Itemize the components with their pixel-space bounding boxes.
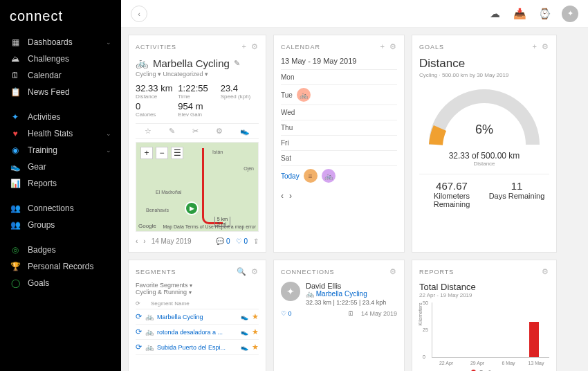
segments-tab-fav[interactable]: Favorite Segments ▾ (136, 282, 192, 289)
metric: 1:22:55Time (178, 83, 216, 100)
card-title: Activities (136, 44, 176, 51)
goal-subtitle: Cycling · 500.00 km by 30 May 2019 (419, 72, 549, 78)
calendar-range: 13 May - 19 May 2019 (281, 57, 397, 65)
goal-progress-value: 32.33 of 500.00 km (419, 151, 549, 161)
activity-date: 14 May 2019 (151, 237, 192, 245)
sidebar-item-health-stats[interactable]: ♥Health Stats⌄ (0, 125, 121, 142)
search-icon[interactable]: 🔍 (237, 267, 247, 275)
shoe-icon[interactable]: 👟 (240, 127, 250, 136)
sidebar-item-calendar[interactable]: 🗓Calendar (0, 67, 121, 84)
connection-avatar[interactable]: ✦ (281, 282, 300, 301)
calendar-day[interactable]: Tue🚲 (281, 84, 397, 105)
zoom-in-button[interactable]: + (140, 147, 153, 159)
segment-row[interactable]: ⟳🚲Subida Puerto del Espi...👟★ (136, 340, 259, 355)
edit-tool-icon[interactable]: ✎ (169, 127, 175, 136)
sidebar-item-activities[interactable]: ✦Activities (0, 109, 121, 125)
sidebar-item-badges[interactable]: ◎Badges (0, 242, 121, 258)
calendar-card: Calendar +⚙ 13 May - 19 May 2019 MonTue🚲… (273, 35, 405, 253)
map-attribution[interactable]: Map Data Terms of Use Report a map error (163, 224, 256, 229)
connection-date: 14 May 2019 (361, 310, 397, 317)
cloud-upload-icon[interactable]: ☁ (487, 6, 502, 21)
sidebar-item-dashboards[interactable]: ▦Dashboards⌄ (0, 34, 121, 51)
main-area: ‹ ☁ 📥 ⌚ ✦ Activities +⚙ 🚲 Marbella Cycli… (121, 0, 588, 371)
add-icon[interactable]: + (380, 42, 385, 51)
sidebar-item-challenges[interactable]: ⛰Challenges (0, 51, 121, 67)
metric: 32.33 kmDistance (136, 83, 174, 100)
dashboard-grid: Activities +⚙ 🚲 Marbella Cycling ✎ Cycli… (121, 28, 588, 371)
sidebar-item-goals[interactable]: ◯Goals (0, 275, 121, 291)
card-title: Calendar (281, 44, 320, 51)
next-icon[interactable]: › (143, 237, 145, 245)
sidebar-item-gear[interactable]: 👟Gear (0, 159, 121, 175)
start-pin-icon: ▶ (185, 201, 199, 215)
gear-tool-icon[interactable]: ⚙ (216, 127, 223, 136)
calendar-day[interactable]: Today≡🚲 (281, 165, 397, 186)
goal-remaining: 467.67Kilometers Remaining (419, 180, 484, 208)
back-button[interactable]: ‹ (131, 6, 147, 22)
segment-row[interactable]: ⟳🚲Marbella Cycling👟★ (136, 309, 259, 325)
segments-tab-type[interactable]: Cycling & Running ▾ (136, 289, 192, 296)
reports-card: Reports ⚙ Total Distance 22 Apr - 19 May… (412, 260, 557, 371)
cycling-icon: 🚲 (136, 57, 149, 69)
cal-prev-icon[interactable]: ‹ (281, 191, 284, 201)
gear-icon[interactable]: ⚙ (251, 42, 259, 51)
gear-icon[interactable]: ⚙ (389, 42, 397, 51)
sidebar-item-groups[interactable]: 👥Groups (0, 217, 121, 233)
goal-gauge: 6% (425, 82, 543, 148)
conn-like[interactable]: ♡ 0 (281, 310, 292, 317)
activity-title-row: 🚲 Marbella Cycling ✎ (136, 57, 259, 69)
prev-icon[interactable]: ‹ (136, 237, 138, 245)
calendar-nav: ‹ › (281, 191, 397, 201)
map-label: El Madroñal (156, 190, 181, 194)
trim-icon[interactable]: ✂ (192, 127, 199, 136)
gear-icon[interactable]: ⚙ (251, 267, 259, 275)
calendar-day[interactable]: Wed (281, 105, 397, 120)
gear-icon[interactable]: ⚙ (542, 267, 549, 275)
report-title: Total Distance (419, 282, 549, 292)
connection-name[interactable]: David Ellis (306, 282, 386, 290)
comment-count[interactable]: 💬 0 (216, 237, 230, 245)
device-icon[interactable]: ⌚ (537, 6, 552, 21)
goal-remaining: 11Days Remaining (484, 180, 549, 208)
gear-icon[interactable]: ⚙ (542, 42, 549, 51)
report-subtitle: 22 Apr - 19 May 2019 (419, 292, 549, 298)
gear-icon[interactable]: ⚙ (389, 267, 397, 275)
card-title: Segments (136, 269, 176, 275)
cal-next-icon[interactable]: › (289, 191, 292, 201)
like-count[interactable]: ♡ 0 (236, 237, 248, 245)
google-logo: Google (138, 223, 156, 229)
layers-button[interactable]: ☰ (171, 147, 183, 159)
calendar-day[interactable]: Thu (281, 120, 397, 135)
goals-card: Goals +⚙ Distance Cycling · 500.00 km by… (412, 35, 557, 253)
star-icon[interactable]: ☆ (145, 127, 151, 136)
segment-col-name: Segment Name (151, 300, 190, 307)
sidebar: connect ▦Dashboards⌄⛰Challenges🗓Calendar… (0, 0, 121, 371)
goal-title: Distance (419, 57, 549, 71)
edit-icon[interactable]: ✎ (234, 59, 240, 68)
connection-activity-link[interactable]: 🚲 Marbella Cycling (306, 290, 386, 298)
brand-logo: connect (0, 6, 121, 34)
sidebar-item-training[interactable]: ◉Training⌄ (0, 142, 121, 159)
metric: 23.4Speed (kph) (221, 83, 259, 100)
calendar-day[interactable]: Fri (281, 135, 397, 150)
activity-title[interactable]: Marbella Cycling (153, 57, 230, 69)
chart-ylabel: Kilometers (418, 302, 423, 325)
add-icon[interactable]: + (533, 42, 538, 51)
activity-map[interactable]: + − ☰ Istán El Madroñal Benahavís Ojén ▶… (136, 142, 259, 232)
inbox-icon[interactable]: 📥 (512, 6, 527, 21)
avatar[interactable]: ✦ (562, 6, 578, 22)
chart-bar (529, 322, 539, 357)
calendar-day[interactable]: Sat (281, 150, 397, 165)
card-title: Goals (419, 44, 444, 51)
sidebar-item-news-feed[interactable]: 📋News Feed (0, 84, 121, 100)
calendar-day[interactable]: Mon (281, 69, 397, 84)
sidebar-item-personal-records[interactable]: 🏆Personal Records (0, 258, 121, 275)
share-icon[interactable]: ⇪ (253, 237, 259, 245)
zoom-out-button[interactable]: − (156, 147, 168, 159)
activity-subtitle[interactable]: Cycling ▾ Uncategorized ▾ (136, 71, 259, 78)
segment-row[interactable]: ⟳🚲rotonda desaladora a ...👟★ (136, 325, 259, 340)
sidebar-item-reports[interactable]: 📊Reports (0, 175, 121, 192)
add-icon[interactable]: + (242, 42, 247, 51)
sidebar-item-connections[interactable]: 👥Connections (0, 200, 121, 217)
connections-card: Connections ⚙ ✦ David Ellis 🚲 Marbella C… (273, 260, 405, 371)
